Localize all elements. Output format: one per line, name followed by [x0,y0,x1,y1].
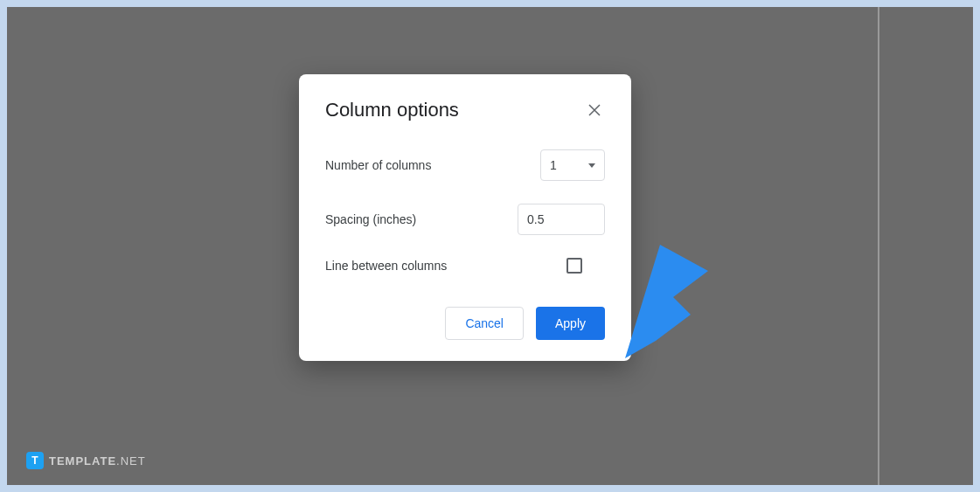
spacing-input[interactable] [518,204,605,235]
spacing-field-row: Spacing (inches) [325,204,605,235]
columns-label: Number of columns [325,158,431,172]
dialog-title: Column options [325,99,459,121]
columns-dropdown[interactable]: 1 [540,149,605,181]
watermark-icon-letter: T [31,454,38,467]
line-between-label: Line between columns [325,259,447,273]
dialog-header: Column options [325,99,605,121]
line-between-checkbox[interactable] [566,258,582,274]
columns-value: 1 [550,158,557,172]
line-field-row: Line between columns [325,258,605,274]
watermark-brand: TEMPLATE [49,454,116,468]
caret-down-icon [588,163,595,168]
apply-button[interactable]: Apply [536,307,605,340]
watermark-suffix: .NET [116,454,146,468]
cancel-button[interactable]: Cancel [445,307,524,340]
watermark: T TEMPLATE.NET [26,452,146,469]
close-button[interactable] [584,100,605,121]
columns-field-row: Number of columns 1 [325,149,605,181]
column-options-dialog: Column options Number of columns 1 Spaci… [299,74,631,361]
spacing-label: Spacing (inches) [325,212,416,226]
watermark-logo-icon: T [26,452,44,469]
dialog-footer: Cancel Apply [325,307,605,340]
vertical-divider [878,7,879,485]
watermark-text: TEMPLATE.NET [49,454,146,468]
close-icon [588,104,601,116]
